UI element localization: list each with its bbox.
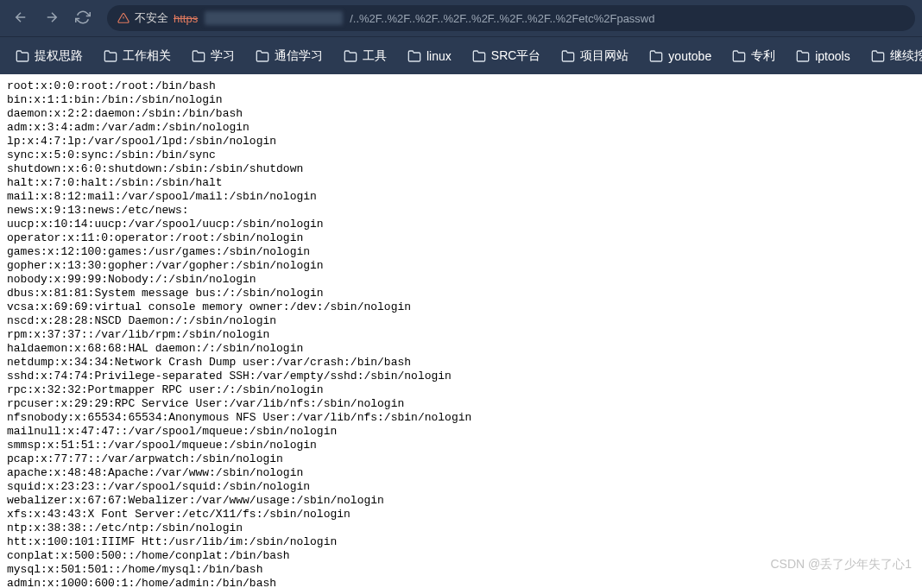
passwd-line: daemon:x:2:2:daemon:/sbin:/bin/bash [7, 107, 915, 121]
passwd-line: games:x:12:100:games:/usr/games:/sbin/no… [7, 245, 915, 259]
bookmark-item[interactable]: iptools [787, 44, 858, 68]
passwd-line: shutdown:x:6:0:shutdown:/sbin:/sbin/shut… [7, 162, 915, 176]
bookmark-item[interactable]: 学习 [183, 43, 243, 69]
nav-reload-button[interactable] [69, 4, 97, 32]
folder-icon [871, 49, 885, 63]
folder-icon [344, 49, 357, 63]
passwd-line: bin:x:1:1:bin:/bin:/sbin/nologin [7, 93, 915, 107]
folder-icon [649, 49, 663, 63]
passwd-line: dbus:x:81:81:System message bus:/:/sbin/… [7, 287, 915, 300]
passwd-line: lp:x:4:7:lp:/var/spool/lpd:/sbin/nologin [7, 135, 915, 149]
url-blurred-host [205, 11, 343, 25]
passwd-line: sshd:x:74:74:Privilege-separated SSH:/va… [7, 370, 915, 383]
bookmark-item[interactable]: 专利 [723, 43, 784, 69]
browser-toolbar: 不安全 https /..%2F..%2F..%2F..%2F..%2F..%2… [0, 0, 922, 36]
bookmark-item[interactable]: 工具 [335, 43, 395, 69]
passwd-line: rpm:x:37:37::/var/lib/rpm:/sbin/nologin [7, 328, 915, 342]
url-scheme: https [174, 12, 198, 25]
folder-icon [796, 49, 810, 63]
folder-icon [472, 49, 486, 63]
bookmark-item[interactable]: 工作相关 [95, 43, 180, 69]
passwd-line: netdump:x:34:34:Network Crash Dump user:… [7, 356, 915, 370]
passwd-line: xfs:x:43:43:X Font Server:/etc/X11/fs:/s… [7, 508, 915, 522]
bookmark-item[interactable]: 项目网站 [553, 43, 637, 69]
bookmark-label: youtobe [668, 49, 711, 63]
passwd-line: rpcuser:x:29:29:RPC Service User:/var/li… [7, 397, 915, 411]
passwd-line: pcap:x:77:77::/var/arpwatch:/sbin/nologi… [7, 452, 915, 466]
folder-icon [16, 49, 29, 63]
passwd-line: admin:x:1000:600:1:/home/admin:/bin/bash [7, 577, 915, 588]
passwd-line: webalizer:x:67:67:Webalizer:/var/www/usa… [7, 494, 915, 508]
passwd-line: uucp:x:10:14:uucp:/var/spool/uucp:/sbin/… [7, 218, 915, 231]
passwd-line: operator:x:11:0:operator:/root:/sbin/nol… [7, 231, 915, 245]
passwd-line: root:x:0:0:root:/root:/bin/bash [7, 79, 915, 93]
bookmark-label: 专利 [751, 48, 775, 64]
passwd-line: mail:x:8:12:mail:/var/spool/mail:/sbin/n… [7, 190, 915, 204]
passwd-line: nobody:x:99:99:Nobody:/:/sbin/nologin [7, 273, 915, 287]
bookmark-label: 提权思路 [35, 48, 83, 64]
bookmark-item[interactable]: linux [399, 44, 460, 68]
page-content: root:x:0:0:root:/root:/bin/bashbin:x:1:1… [0, 74, 922, 588]
passwd-line: ntp:x:38:38::/etc/ntp:/sbin/nologin [7, 522, 915, 535]
arrow-left-icon [13, 9, 28, 28]
passwd-line: news:x:9:13:news:/etc/news: [7, 204, 915, 218]
passwd-line: htt:x:100:101:IIIMF Htt:/usr/lib/im:/sbi… [7, 535, 915, 549]
bookmark-label: 继续挖掘 [890, 48, 922, 64]
folder-icon [192, 49, 205, 63]
passwd-line: rpc:x:32:32:Portmapper RPC user:/:/sbin/… [7, 383, 915, 397]
passwd-line: vcsa:x:69:69:virtual console memory owne… [7, 300, 915, 314]
bookmark-item[interactable]: 提权思路 [7, 43, 92, 69]
bookmark-label: iptools [815, 49, 849, 63]
reload-icon [75, 9, 91, 28]
bookmark-item[interactable]: 通信学习 [247, 43, 332, 69]
bookmark-label: 通信学习 [275, 48, 323, 64]
passwd-line: gopher:x:13:30:gopher:/var/gopher:/sbin/… [7, 259, 915, 273]
bookmark-label: 工具 [363, 48, 387, 64]
bookmark-label: 学习 [211, 48, 235, 64]
passwd-line: sync:x:5:0:sync:/sbin:/bin/sync [7, 149, 915, 162]
url-path: /..%2F..%2F..%2F..%2F..%2F..%2F..%2F..%2… [350, 12, 654, 25]
watermark: CSDN @丢了少年失了心1 [770, 557, 912, 572]
folder-icon [407, 49, 421, 63]
passwd-line: nscd:x:28:28:NSCD Daemon:/:/sbin/nologin [7, 314, 915, 328]
passwd-line: adm:x:3:4:adm:/var/adm:/sbin/nologin [7, 121, 915, 135]
arrow-right-icon [44, 9, 60, 28]
folder-icon [561, 49, 575, 63]
bookmarks-bar: 提权思路工作相关学习通信学习工具linuxSRC平台项目网站youtobe专利i… [0, 36, 922, 74]
passwd-line: halt:x:7:0:halt:/sbin:/sbin/halt [7, 176, 915, 190]
passwd-line: squid:x:23:23::/var/spool/squid:/sbin/no… [7, 480, 915, 494]
bookmark-item[interactable]: 继续挖掘 [862, 43, 922, 69]
passwd-line: smmsp:x:51:51::/var/spool/mqueue:/sbin/n… [7, 439, 915, 452]
warning-triangle-icon [117, 12, 129, 24]
address-bar[interactable]: 不安全 https /..%2F..%2F..%2F..%2F..%2F..%2… [107, 5, 915, 31]
bookmark-label: linux [426, 49, 452, 63]
bookmark-item[interactable]: youtobe [641, 44, 720, 68]
nav-forward-button[interactable] [38, 4, 66, 32]
passwd-line: apache:x:48:48:Apache:/var/www:/sbin/nol… [7, 466, 915, 480]
folder-icon [104, 49, 117, 63]
bookmark-label: 项目网站 [580, 48, 628, 64]
folder-icon [256, 49, 269, 63]
bookmark-label: SRC平台 [491, 48, 541, 64]
bookmark-item[interactable]: SRC平台 [464, 43, 550, 69]
passwd-line: nfsnobody:x:65534:65534:Anonymous NFS Us… [7, 411, 915, 425]
folder-icon [732, 49, 746, 63]
passwd-line: mailnull:x:47:47::/var/spool/mqueue:/sbi… [7, 425, 915, 439]
insecure-label: 不安全 [135, 10, 168, 26]
passwd-line: haldaemon:x:68:68:HAL daemon:/:/sbin/nol… [7, 342, 915, 356]
nav-back-button[interactable] [7, 4, 35, 32]
bookmark-label: 工作相关 [123, 48, 171, 64]
